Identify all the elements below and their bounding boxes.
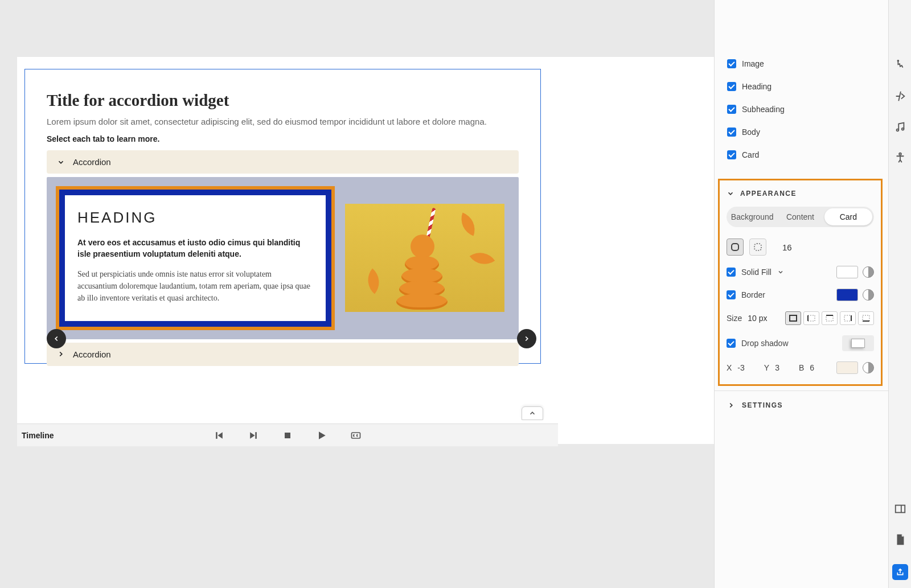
checkbox-checked-icon [727, 59, 736, 68]
properties-panel: Image Heading Subheading Body Card APPEA… [714, 0, 888, 588]
border-side-all[interactable] [785, 311, 801, 325]
widget-title: Title for accordion widget [47, 91, 519, 110]
triggers-icon[interactable] [894, 90, 906, 102]
svg-rect-14 [844, 315, 851, 321]
checkbox-checked-icon[interactable] [727, 290, 736, 299]
panel-peek-button[interactable] [522, 406, 543, 420]
layout-icon[interactable] [894, 503, 906, 515]
timeline-label: Timeline [22, 431, 54, 440]
right-rail [888, 0, 911, 588]
appearance-toggle[interactable]: APPEARANCE [727, 190, 874, 198]
opacity-icon[interactable] [863, 362, 874, 373]
component-body[interactable]: Body [727, 128, 876, 137]
card-subheading: At vero eos et accusamus et iusto odio c… [77, 237, 313, 260]
svg-rect-12 [826, 315, 833, 321]
size-label: Size [727, 314, 742, 323]
svg-point-21 [899, 153, 901, 155]
solid-fill-label: Solid Fill [741, 268, 772, 277]
svg-rect-3 [255, 432, 257, 439]
checkbox-checked-icon [727, 128, 736, 137]
shadow-y-value[interactable]: 3 [775, 363, 779, 372]
border-side-left[interactable] [803, 311, 819, 325]
corner-individual-button[interactable] [749, 239, 766, 256]
svg-rect-7 [732, 244, 738, 250]
shadow-blur-label: B [799, 363, 804, 372]
border-side-bottom[interactable] [858, 311, 874, 325]
checkbox-checked-icon [727, 150, 736, 159]
components-list: Image Heading Subheading Body Card [715, 0, 888, 179]
border-side-right[interactable] [840, 311, 856, 325]
captions-button[interactable] [350, 430, 362, 441]
widget-instruction: Select each tab to learn more. [47, 134, 519, 143]
card-content: HEADING At vero eos et accusamus et iust… [65, 195, 326, 321]
shadow-color-swatch[interactable] [836, 361, 858, 374]
border-side-top[interactable] [822, 311, 838, 325]
shadow-x-label: X [727, 363, 732, 372]
editor-frame: Title for accordion widget Lorem ipsum d… [17, 57, 757, 444]
svg-rect-4 [285, 433, 290, 438]
chevron-down-icon[interactable] [777, 269, 784, 276]
svg-point-18 [897, 60, 898, 61]
tab-card[interactable]: Card [824, 208, 872, 225]
widget-subtitle: Lorem ipsum dolor sit amet, consectetur … [47, 117, 519, 126]
prev-button[interactable] [47, 329, 66, 348]
accessibility-icon[interactable] [894, 151, 906, 164]
appearance-label: APPEARANCE [740, 190, 797, 198]
document-icon[interactable] [894, 533, 906, 546]
accordion-header-open[interactable]: Accordion [47, 150, 519, 174]
next-button[interactable] [517, 329, 536, 348]
step-forward-button[interactable] [248, 430, 259, 441]
svg-rect-16 [863, 315, 869, 321]
svg-rect-9 [790, 315, 797, 321]
checkbox-checked-icon[interactable] [727, 268, 736, 277]
card-heading: HEADING [77, 209, 313, 227]
svg-marker-5 [319, 431, 326, 439]
opacity-icon[interactable] [863, 289, 874, 301]
svg-rect-0 [216, 432, 218, 439]
border-color-swatch[interactable] [836, 289, 858, 301]
accordion-label: Accordion [73, 349, 111, 359]
tab-content[interactable]: Content [776, 208, 824, 225]
card-image[interactable] [345, 204, 504, 312]
settings-toggle[interactable]: SETTINGS [715, 390, 888, 420]
shadow-blur-value[interactable]: 6 [810, 363, 814, 372]
border-label: Border [741, 290, 765, 299]
svg-marker-2 [250, 432, 255, 439]
stop-button[interactable] [282, 430, 293, 441]
stage-canvas[interactable]: Title for accordion widget Lorem ipsum d… [24, 69, 541, 364]
component-heading[interactable]: Heading [727, 82, 876, 91]
corner-all-button[interactable] [727, 239, 744, 256]
step-back-button[interactable] [214, 430, 225, 441]
fill-color-swatch[interactable] [836, 266, 858, 278]
appearance-tabs: Background Content Card [727, 207, 874, 227]
drop-shadow-label: Drop shadow [741, 339, 789, 348]
component-card[interactable]: Card [727, 150, 876, 159]
share-button[interactable] [892, 564, 908, 580]
border-size-value[interactable]: 10 px [748, 314, 767, 323]
component-subheading[interactable]: Subheading [727, 105, 876, 114]
svg-rect-6 [352, 433, 360, 438]
chevron-right-icon [57, 350, 65, 358]
svg-point-19 [896, 129, 898, 131]
interactions-icon[interactable] [894, 59, 906, 72]
card-selected[interactable]: HEADING At vero eos et accusamus et iust… [56, 186, 335, 330]
tab-background[interactable]: Background [728, 208, 776, 225]
shadow-y-label: Y [764, 363, 769, 372]
component-image[interactable]: Image [727, 59, 876, 68]
svg-rect-8 [754, 244, 761, 250]
corner-radius-value[interactable]: 16 [782, 242, 792, 252]
appearance-section-highlight: APPEARANCE Background Content Card 16 So… [718, 179, 883, 386]
svg-marker-1 [218, 432, 223, 439]
chevron-down-icon [57, 158, 65, 166]
checkbox-checked-icon[interactable] [727, 339, 736, 348]
checkbox-checked-icon [727, 82, 736, 91]
opacity-icon[interactable] [863, 266, 874, 278]
audio-icon[interactable] [894, 121, 906, 133]
shadow-x-value[interactable]: -3 [737, 363, 744, 372]
svg-rect-10 [808, 315, 815, 321]
svg-point-20 [901, 128, 904, 130]
accordion-body: HEADING At vero eos et accusamus et iust… [47, 177, 519, 339]
shadow-preview[interactable] [842, 335, 874, 351]
play-button[interactable] [316, 430, 327, 441]
timeline-bar: Timeline [17, 423, 558, 446]
